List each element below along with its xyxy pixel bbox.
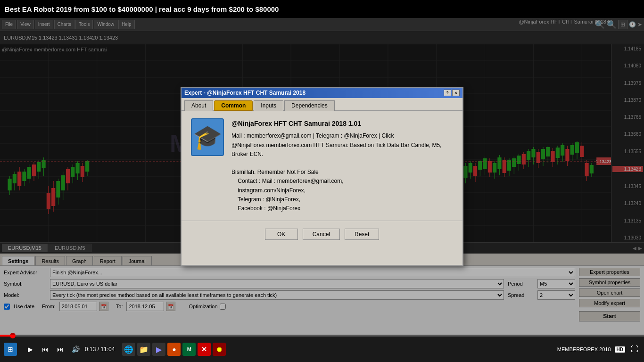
- dialog-titlebar: Expert - @NinjaForex HFT CHT Samurai 201…: [182, 88, 462, 98]
- play-pause-btn[interactable]: ▶: [25, 344, 36, 355]
- player-right: MEMBERFOREX 2018 HD ⛶: [557, 344, 640, 354]
- video-player-bar: ⊞ ▶ ⏮ ⏭ 🔊 0:13 / 11:04 🌐 📁 ▶: [0, 335, 644, 362]
- dialog-footer: OK Cancel Reset: [182, 221, 462, 247]
- dialog-tab-common[interactable]: Common: [214, 100, 253, 111]
- taskbar-icon-x[interactable]: ✕: [198, 343, 211, 356]
- dialog-tab-about[interactable]: About: [184, 100, 213, 111]
- video-title-text: Best EA Robot 2019 from $100 to $4000000…: [5, 5, 279, 13]
- taskbar-icon-media[interactable]: ▶: [152, 343, 165, 356]
- dialog-title-text: Expert - @NinjaForex HFT CHT Samurai 201…: [184, 90, 305, 96]
- volume-btn[interactable]: 🔊: [70, 344, 81, 355]
- channel-name: MEMBERFOREX 2018: [557, 346, 611, 352]
- expert-dialog: Expert - @NinjaForex HFT CHT Samurai 201…: [181, 87, 463, 266]
- dialog-ok-btn[interactable]: OK: [265, 229, 298, 240]
- dialog-line2: @NinjaForex memberforex.com HFT Samurai:…: [231, 141, 453, 159]
- modal-overlay: Expert - @NinjaForex HFT CHT Samurai 201…: [0, 18, 644, 335]
- skip-next-btn[interactable]: ⏭: [55, 344, 66, 355]
- dialog-line3: Bismillah. Remember Not For Sale: [231, 168, 453, 177]
- dialog-controls: ? ×: [444, 90, 460, 96]
- dialog-line1: Mail : memberforex@gmail.com | Telegram …: [231, 132, 453, 140]
- player-controls: ⊞ ▶ ⏮ ⏭ 🔊 0:13 / 11:04 🌐 📁 ▶: [0, 337, 644, 362]
- dialog-tab-inputs[interactable]: Inputs: [254, 100, 283, 111]
- dialog-close-btn[interactable]: ×: [452, 90, 460, 96]
- time-display: 0:13 / 11:04: [85, 346, 115, 353]
- dialog-avatar: 🎓: [191, 118, 224, 156]
- dialog-expert-name: @NinjaForex HFT CHT Samurai 2018 1.01: [231, 118, 453, 129]
- dialog-contact: Contact : Mail : memberforex@gmail.com, …: [231, 177, 453, 213]
- dialog-content: 🎓 @NinjaForex HFT CHT Samurai 2018 1.01 …: [182, 111, 462, 221]
- progress-bar[interactable]: [0, 335, 644, 337]
- skip-prev-btn[interactable]: ⏮: [40, 344, 51, 355]
- taskbar-icon-rec[interactable]: ⏺: [213, 343, 226, 356]
- hd-badge: HD: [615, 346, 625, 353]
- dialog-reset-btn[interactable]: Reset: [345, 229, 379, 240]
- dialog-tabs: About Common Inputs Dependencies: [182, 98, 462, 111]
- current-time: 0:13: [85, 346, 96, 353]
- taskbar-icon-mt4[interactable]: M: [182, 343, 196, 356]
- total-time: 11:04: [100, 346, 115, 353]
- dialog-help-btn[interactable]: ?: [444, 90, 451, 96]
- dialog-tab-dependencies[interactable]: Dependencies: [284, 100, 335, 111]
- taskbar-icon-ie[interactable]: 🌐: [122, 343, 135, 356]
- taskbar-icon-folder[interactable]: 📁: [137, 343, 150, 356]
- taskbar-icon-mail[interactable]: ●: [167, 343, 181, 356]
- dialog-cancel-btn[interactable]: Cancel: [303, 229, 340, 240]
- windows-start-btn[interactable]: ⊞: [4, 343, 17, 356]
- dialog-text-content: @NinjaForex HFT CHT Samurai 2018 1.01 Ma…: [231, 118, 453, 213]
- fullscreen-btn[interactable]: ⛶: [629, 344, 640, 354]
- video-title-bar: Best EA Robot 2019 from $100 to $4000000…: [0, 0, 644, 18]
